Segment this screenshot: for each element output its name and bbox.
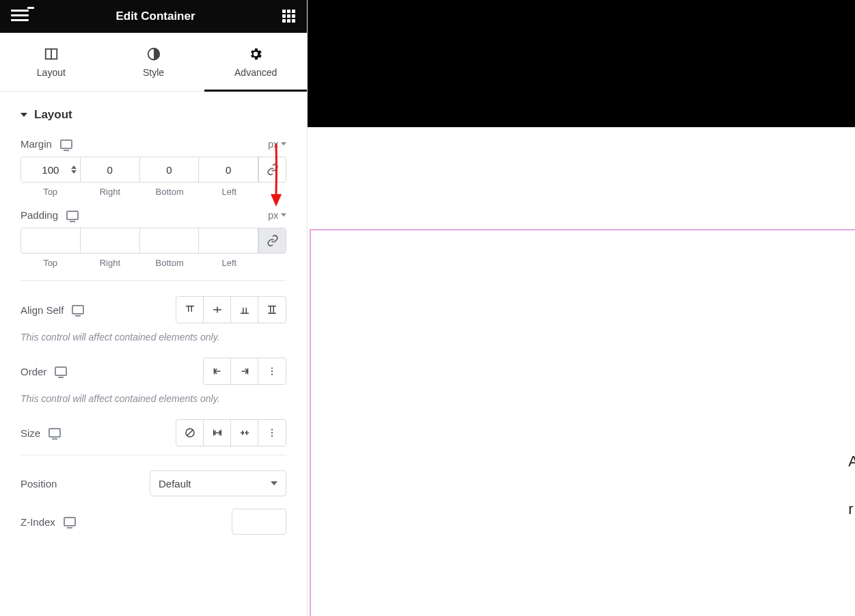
size-shrink-button[interactable] <box>231 420 258 446</box>
padding-bottom-input[interactable] <box>140 228 199 253</box>
padding-link-toggle[interactable] <box>258 228 286 253</box>
preview-cropped-text: A r <box>848 448 855 523</box>
preview-header-area <box>308 0 855 127</box>
label-right: Right <box>80 258 139 268</box>
margin-header-row: Margin px <box>21 138 286 150</box>
order-row: Order <box>21 358 286 385</box>
align-stretch-button[interactable] <box>258 297 286 323</box>
zindex-label: Z-Index <box>21 516 55 528</box>
zindex-input[interactable] <box>232 509 286 535</box>
align-end-button[interactable] <box>231 297 258 323</box>
margin-bottom-input[interactable] <box>140 157 199 182</box>
size-none-button[interactable] <box>176 420 204 446</box>
tab-layout[interactable]: Layout <box>0 33 103 91</box>
order-last-button[interactable] <box>231 358 258 384</box>
layout-icon <box>44 46 59 62</box>
label-bottom: Bottom <box>140 187 200 197</box>
padding-header-row: Padding px <box>21 209 286 221</box>
margin-inputs <box>21 157 286 183</box>
order-more-button[interactable] <box>258 358 286 384</box>
position-value: Default <box>159 478 191 490</box>
responsive-icon[interactable] <box>49 428 61 438</box>
panel-title: Edit Container <box>116 10 195 23</box>
section-layout-title: Layout <box>34 108 72 122</box>
selected-container-outline[interactable] <box>310 229 855 616</box>
tab-bar: Layout Style Advanced <box>0 33 307 92</box>
align-self-group <box>176 296 286 323</box>
margin-left-input[interactable] <box>199 157 258 182</box>
margin-link-toggle[interactable] <box>258 157 286 182</box>
order-note: This control will affect contained eleme… <box>21 393 286 404</box>
margin-unit-value: px <box>268 139 278 150</box>
editor-sidebar: Edit Container Layout Style Advanced Lay… <box>0 0 308 616</box>
label-left: Left <box>200 258 259 268</box>
responsive-icon[interactable] <box>60 139 72 149</box>
tab-advanced[interactable]: Advanced <box>204 33 307 91</box>
padding-sublabels: Top Right Bottom Left <box>21 258 286 268</box>
padding-top-input[interactable] <box>21 228 80 253</box>
position-row: Position Default <box>21 470 286 496</box>
size-label: Size <box>21 427 40 439</box>
section-layout-toggle[interactable]: Layout <box>21 108 286 122</box>
size-more-button[interactable] <box>258 420 286 446</box>
margin-unit-select[interactable]: px <box>268 139 286 150</box>
chevron-down-icon <box>281 142 286 146</box>
svg-point-29 <box>271 429 273 430</box>
chevron-down-icon <box>281 213 286 217</box>
order-first-button[interactable] <box>204 358 231 384</box>
padding-label: Padding <box>21 209 58 221</box>
size-group <box>176 419 286 446</box>
label-top: Top <box>21 258 80 268</box>
tab-style[interactable]: Style <box>103 33 205 91</box>
margin-label: Margin <box>21 138 52 150</box>
top-bar: Edit Container <box>0 0 307 33</box>
chevron-down-icon <box>271 481 277 485</box>
label-left: Left <box>200 187 259 197</box>
margin-top-spinner[interactable] <box>69 160 79 179</box>
tab-style-label: Style <box>143 67 164 78</box>
padding-unit-value: px <box>268 210 278 221</box>
link-icon <box>267 235 279 247</box>
responsive-icon[interactable] <box>72 305 84 314</box>
align-self-row: Align Self <box>21 296 286 323</box>
style-icon <box>146 46 161 62</box>
caret-down-icon <box>21 113 27 117</box>
size-grow-button[interactable] <box>204 420 231 446</box>
hamburger-menu-button[interactable] <box>11 10 29 23</box>
padding-inputs <box>21 228 286 254</box>
align-self-note: This control will affect contained eleme… <box>21 332 286 343</box>
svg-point-19 <box>271 367 273 369</box>
spinner-up-icon[interactable] <box>71 165 77 169</box>
gear-icon <box>248 46 263 62</box>
responsive-icon[interactable] <box>66 211 79 220</box>
zindex-row: Z-Index <box>21 509 286 535</box>
margin-right-input[interactable] <box>81 157 139 182</box>
margin-label-wrap: Margin <box>21 138 72 150</box>
order-group <box>203 358 286 385</box>
responsive-icon[interactable] <box>64 517 76 526</box>
svg-point-20 <box>271 371 273 372</box>
svg-point-30 <box>271 432 273 433</box>
align-center-button[interactable] <box>204 297 231 323</box>
label-bottom: Bottom <box>140 258 200 268</box>
svg-point-31 <box>271 435 273 436</box>
position-select[interactable]: Default <box>150 470 286 496</box>
label-right: Right <box>80 187 139 197</box>
spinner-down-icon[interactable] <box>71 170 77 174</box>
size-row: Size <box>21 419 286 446</box>
margin-sublabels: Top Right Bottom Left <box>21 187 286 197</box>
divider <box>21 455 286 455</box>
responsive-icon[interactable] <box>55 366 67 376</box>
align-start-button[interactable] <box>176 297 204 323</box>
svg-point-21 <box>271 373 273 375</box>
widgets-grid-button[interactable] <box>282 10 296 23</box>
svg-line-23 <box>187 430 193 436</box>
divider <box>21 280 286 281</box>
tab-advanced-label: Advanced <box>234 67 277 78</box>
padding-left-input[interactable] <box>199 228 258 253</box>
padding-right-input[interactable] <box>81 228 139 253</box>
canvas-preview: A r <box>308 0 855 616</box>
advanced-panel: Layout Margin px Top Ri <box>0 92 307 616</box>
padding-unit-select[interactable]: px <box>268 210 286 221</box>
margin-top-cell <box>21 157 81 182</box>
